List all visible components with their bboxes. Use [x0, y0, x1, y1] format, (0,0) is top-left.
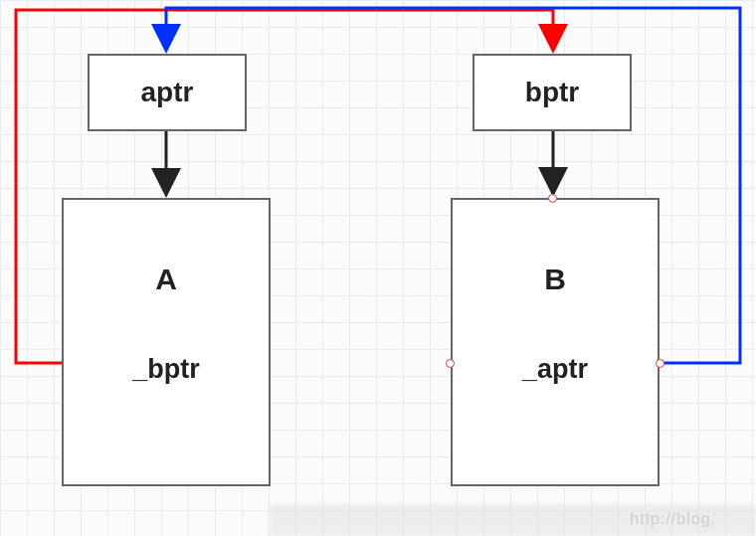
watermark-text: http://blog. — [630, 510, 716, 528]
A-name: A — [155, 263, 177, 296]
bptr-label: bptr — [525, 77, 579, 108]
connector-dot — [446, 359, 455, 368]
aptr-label: aptr — [141, 77, 194, 108]
aptr-box: aptr — [88, 54, 247, 131]
bptr-box: bptr — [472, 54, 632, 131]
B-object-box: B _aptr — [451, 198, 660, 486]
B-name: B — [544, 263, 566, 296]
B-field-aptr: _aptr — [522, 354, 588, 385]
connector-dot — [656, 359, 664, 368]
A-field-bptr: _bptr — [132, 354, 200, 385]
connector-dot — [548, 194, 557, 203]
A-object-box: A _bptr — [62, 198, 271, 486]
